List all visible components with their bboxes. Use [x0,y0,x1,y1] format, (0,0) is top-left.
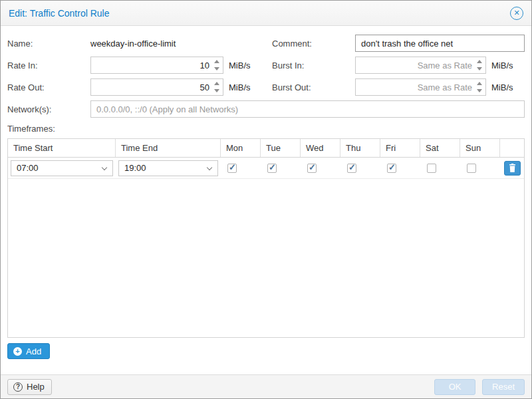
form-row-networks: Network(s): [7,100,525,118]
spinner-up-icon[interactable] [475,58,484,65]
dialog-body: Name: weekday-in-office-limit Comment: R… [1,26,531,374]
burst-out-field [355,78,486,96]
networks-label: Network(s): [7,104,90,114]
timeframes-grid: Time Start Time End Mon Tue Wed Thu Fri … [7,138,525,338]
add-timeframe-button[interactable]: + Add [7,343,50,359]
time-end-select[interactable]: 19:00 [118,160,218,176]
time-start-select[interactable]: 07:00 [11,160,113,176]
burst-out-label: Burst Out: [272,82,355,92]
chevron-down-icon[interactable] [102,164,107,170]
checkbox-sat[interactable] [427,164,436,173]
dialog-titlebar: Edit: Traffic Control Rule ✕ [1,1,531,26]
checkbox-sun[interactable] [467,164,476,173]
delete-row-button[interactable] [504,161,521,176]
close-icon[interactable]: ✕ [510,7,523,20]
checkbox-mon[interactable] [227,164,237,173]
checkbox-fri[interactable] [387,164,396,173]
form-row-1: Name: weekday-in-office-limit Comment: [7,34,525,53]
time-start-value: 07:00 [17,163,39,173]
column-header-tue[interactable]: Tue [261,139,301,157]
plus-icon: + [13,347,22,356]
rate-out-unit: MiB/s [229,82,251,92]
column-header-actions [500,139,524,157]
column-header-mon[interactable]: Mon [221,139,261,157]
burst-in-label: Burst In: [272,61,355,70]
column-header-wed[interactable]: Wed [301,139,340,157]
name-label: Name: [7,39,90,49]
traffic-control-rule-dialog: Edit: Traffic Control Rule ✕ Name: weekd… [0,0,532,399]
rate-in-field [90,57,223,74]
help-button[interactable]: ? Help [7,379,52,395]
trash-icon [509,164,516,172]
chevron-down-icon[interactable] [207,164,212,170]
comment-label: Comment: [272,39,355,49]
column-header-sat[interactable]: Sat [420,139,460,157]
name-value: weekday-in-office-limit [90,39,176,49]
grid-empty-area [8,179,524,337]
form-row-3: Rate Out: MiB/s Burst Out: [7,78,525,96]
networks-input[interactable] [90,100,525,118]
rate-in-unit: MiB/s [229,61,251,70]
reset-button[interactable]: Reset [482,379,525,395]
time-end-value: 19:00 [124,163,146,173]
burst-out-unit: MiB/s [491,82,513,92]
column-header-fri[interactable]: Fri [380,139,420,157]
rate-out-input[interactable] [91,79,223,95]
table-row: 07:00 19:00 [8,158,524,179]
checkbox-tue[interactable] [267,164,277,173]
add-button-label: Add [26,346,41,356]
checkbox-wed[interactable] [307,164,317,173]
dialog-footer: ? Help OK Reset [1,374,531,398]
spinner-down-icon[interactable] [212,65,221,72]
grid-header: Time Start Time End Mon Tue Wed Thu Fri … [8,139,524,158]
spinner-up-icon[interactable] [475,80,484,87]
burst-in-input[interactable] [356,57,485,73]
comment-input[interactable] [355,35,525,52]
timeframes-label: Timeframes: [7,124,525,134]
burst-out-input[interactable] [356,79,485,95]
checkbox-thu[interactable] [347,164,356,173]
help-button-label: Help [27,382,45,392]
spinner-up-icon[interactable] [212,80,221,87]
column-header-thu[interactable]: Thu [340,139,380,157]
column-header-sun[interactable]: Sun [460,139,500,157]
rate-out-label: Rate Out: [7,82,90,92]
form-row-2: Rate In: MiB/s Burst In: [7,56,525,74]
spinner-down-icon[interactable] [475,65,484,72]
question-icon: ? [13,382,23,392]
burst-in-field [355,57,486,74]
ok-button[interactable]: OK [434,379,475,395]
rate-in-input[interactable] [91,57,223,73]
burst-in-unit: MiB/s [491,61,513,70]
spinner-down-icon[interactable] [212,87,221,94]
spinner-up-icon[interactable] [212,58,221,65]
dialog-title: Edit: Traffic Control Rule [9,8,510,19]
spinner-down-icon[interactable] [475,87,484,94]
rate-in-label: Rate In: [7,61,90,70]
column-header-time-start[interactable]: Time Start [8,139,116,157]
rate-out-field [90,78,223,96]
column-header-time-end[interactable]: Time End [116,139,221,157]
